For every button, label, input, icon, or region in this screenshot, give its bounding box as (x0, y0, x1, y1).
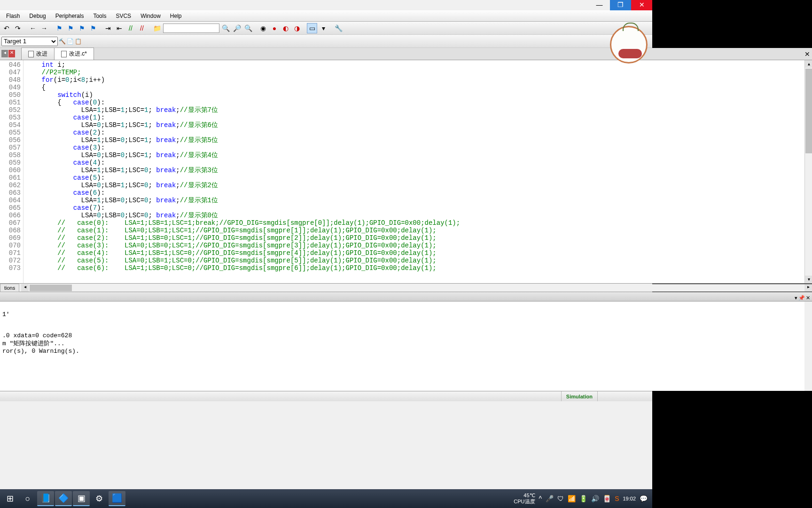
output-close-icon[interactable]: ✕ (806, 293, 810, 302)
dropdown-icon[interactable]: ▾ (318, 23, 328, 33)
output-line: 1' (2, 311, 10, 318)
rebuild-icon[interactable]: 📋 (75, 38, 82, 45)
system-tray: 45℃ CPU温度 ^ 🎤 🛡 📶 🔋 🔊 🀄 S 19:02 💬 (514, 489, 652, 508)
scroll-right-icon[interactable]: ▸ (804, 284, 812, 292)
forward-icon[interactable]: → (39, 23, 49, 33)
output-pin-icon[interactable]: 📌 (798, 293, 805, 302)
tray-security-icon[interactable]: 🛡 (557, 495, 564, 502)
tray-app-icon[interactable]: S (615, 495, 619, 502)
close-tab-icon[interactable]: ✕ (804, 50, 810, 58)
scroll-up-icon[interactable]: ▴ (805, 60, 812, 68)
back-icon[interactable]: ← (28, 23, 38, 33)
tray-wifi-icon[interactable]: 📶 (568, 495, 576, 502)
bookmark-icon[interactable]: ⚑ (54, 23, 64, 33)
maximize-button[interactable]: ❐ (610, 0, 631, 10)
panel-toggle[interactable]: ◂✕ (1, 50, 15, 57)
debug-icon[interactable]: ◉ (258, 23, 268, 33)
output-titlebar: ▾ 📌 ✕ (0, 292, 812, 302)
build-output[interactable]: 1' .0 xdata=0 code=628 m "矩阵按键进阶"... ror… (0, 302, 812, 391)
output-line: ror(s), 0 Warning(s). (2, 348, 79, 355)
status-mode: Simulation (562, 391, 598, 401)
tab-label: 改进 (36, 50, 47, 58)
build-icon[interactable]: 📄 (67, 38, 74, 45)
options-icon[interactable]: 🔨 (59, 38, 66, 45)
output-line: .0 xdata=0 code=628 (2, 332, 72, 339)
find-input[interactable] (163, 24, 219, 33)
taskbar-item[interactable]: ▣ (73, 491, 90, 506)
output-scrollbar[interactable] (804, 302, 812, 391)
hscroll-thumb[interactable] (30, 285, 72, 291)
tray-up-icon[interactable]: ^ (539, 495, 542, 502)
clock[interactable]: 19:02 (623, 496, 636, 501)
code-area[interactable]: int i; //P2=TEMP; for(i=0;i<8;i++) { swi… (23, 60, 812, 283)
menu-tools[interactable]: Tools (88, 11, 111, 21)
taskbar-item[interactable]: 🔷 (55, 491, 72, 506)
undo-icon[interactable]: ↶ (1, 23, 12, 33)
settings-icon[interactable]: ⚙ (91, 491, 108, 506)
tray-volume-icon[interactable]: 🔊 (591, 495, 599, 502)
start-button[interactable]: ⊞ (1, 491, 18, 506)
bookmark-clear-icon[interactable]: ⚑ (88, 23, 98, 33)
menu-svcs[interactable]: SVCS (111, 11, 136, 21)
cortana-icon[interactable]: ○ (19, 491, 36, 506)
bookmark-next-icon[interactable]: ⚑ (77, 23, 87, 33)
menu-flash[interactable]: Flash (1, 11, 24, 21)
menu-debug[interactable]: Debug (24, 11, 50, 21)
tab-2[interactable]: 改进.c* (54, 48, 94, 60)
window-icon[interactable]: ▭ (307, 23, 317, 33)
breakpoint3-icon[interactable]: ◑ (292, 23, 302, 33)
hscroll-area: tions ◂ ▸ (0, 284, 812, 292)
horizontal-scrollbar[interactable]: ◂ ▸ (21, 284, 812, 292)
menu-peripherals[interactable]: Peripherals (51, 11, 89, 21)
file-icon (61, 51, 67, 57)
config-icon[interactable]: 🔧 (333, 23, 344, 33)
tab-1[interactable]: 改进 (21, 48, 55, 60)
breakpoint-icon[interactable]: ● (269, 23, 280, 33)
mascot-widget[interactable] (610, 26, 648, 64)
taskbar-item[interactable]: 📘 (37, 491, 54, 506)
scroll-thumb[interactable] (805, 69, 812, 153)
tray-mic-icon[interactable]: 🎤 (546, 495, 554, 502)
indent-icon[interactable]: ⇥ (103, 23, 113, 33)
search-icon[interactable]: 🔍 (220, 23, 231, 33)
breakpoint2-icon[interactable]: ◐ (281, 23, 291, 33)
scroll-left-icon[interactable]: ◂ (21, 284, 29, 292)
tab-label: 改进.c* (69, 50, 87, 58)
tray-battery-icon[interactable]: 🔋 (579, 495, 587, 502)
outdent-icon[interactable]: ⇤ (114, 23, 125, 33)
menu-window[interactable]: Window (136, 11, 165, 21)
minimize-button[interactable]: — (589, 0, 610, 10)
taskbar-item[interactable]: 🟦 (109, 491, 125, 506)
file-icon (28, 51, 34, 57)
search-files-icon[interactable]: 🔎 (232, 23, 242, 33)
cpu-temp[interactable]: 45℃ CPU温度 (514, 492, 535, 505)
redo-icon[interactable]: ↷ (13, 23, 23, 33)
line-gutter: 0460470480490500510520530540550560570580… (0, 60, 23, 283)
close-button[interactable]: ✕ (631, 0, 652, 10)
output-dropdown-icon[interactable]: ▾ (795, 293, 797, 302)
comment-icon[interactable]: // (125, 23, 136, 33)
code-editor[interactable]: 0460470480490500510520530540550560570580… (0, 60, 812, 284)
uncomment-icon[interactable]: // (137, 23, 147, 33)
vertical-scrollbar[interactable]: ▴ ▾ (804, 60, 812, 283)
bottom-tab[interactable]: tions (0, 284, 19, 292)
tray-ime-icon[interactable]: 🀄 (603, 495, 611, 502)
output-line: m "矩阵按键进阶"... (2, 340, 65, 347)
find-icon[interactable]: 📁 (152, 23, 162, 33)
menu-help[interactable]: Help (165, 11, 187, 21)
scroll-down-icon[interactable]: ▾ (805, 276, 812, 283)
bookmark-prev-icon[interactable]: ⚑ (65, 23, 76, 33)
editor-tabs: ◂✕ 改进 改进.c* ✕ (0, 48, 812, 60)
notifications-icon[interactable]: 💬 (640, 495, 648, 502)
window-controls: — ❐ ✕ (589, 0, 652, 10)
incremental-search-icon[interactable]: 🔍 (243, 23, 253, 33)
target-select[interactable]: Target 1 (1, 37, 58, 46)
